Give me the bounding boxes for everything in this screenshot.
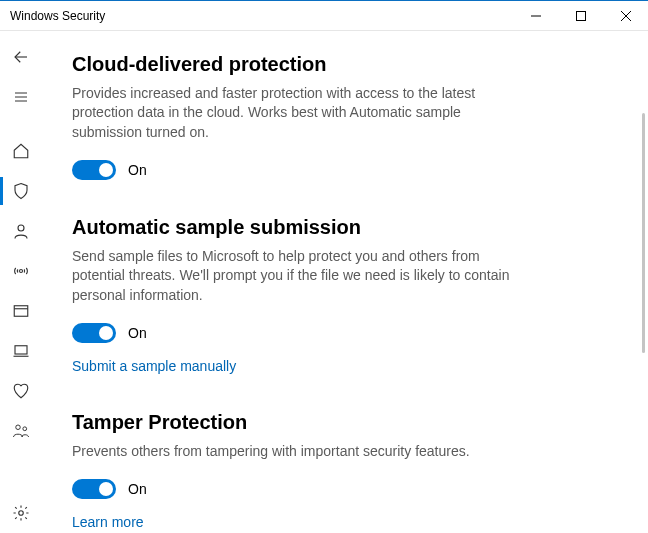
main-content: Cloud-delivered protection Provides incr… — [42, 31, 648, 533]
sidebar-item-home[interactable] — [0, 131, 42, 171]
sidebar-item-settings[interactable] — [0, 493, 42, 533]
svg-point-15 — [23, 427, 27, 431]
toggle-state-label: On — [128, 481, 147, 497]
svg-rect-12 — [15, 346, 27, 354]
section-tamper-protection: Tamper Protection Prevents others from t… — [72, 411, 618, 531]
scrollbar-thumb[interactable] — [642, 113, 645, 353]
svg-rect-1 — [576, 11, 585, 20]
section-description: Prevents others from tampering with impo… — [72, 442, 532, 461]
section-title: Automatic sample submission — [72, 216, 618, 239]
sidebar-item-device[interactable] — [0, 331, 42, 371]
maximize-button[interactable] — [558, 1, 603, 31]
sidebar-item-firewall[interactable] — [0, 251, 42, 291]
tamper-protection-toggle[interactable] — [72, 479, 116, 499]
sidebar-item-health[interactable] — [0, 371, 42, 411]
section-description: Send sample files to Microsoft to help p… — [72, 247, 532, 305]
sidebar-item-account[interactable] — [0, 211, 42, 251]
section-title: Tamper Protection — [72, 411, 618, 434]
submit-sample-link[interactable]: Submit a sample manually — [72, 358, 236, 374]
section-sample-submission: Automatic sample submission Send sample … — [72, 216, 618, 375]
section-cloud-protection: Cloud-delivered protection Provides incr… — [72, 53, 618, 180]
titlebar: Windows Security — [0, 1, 648, 31]
sidebar — [0, 31, 42, 533]
back-button[interactable] — [0, 37, 42, 77]
window-title: Windows Security — [10, 9, 105, 23]
section-description: Provides increased and faster protection… — [72, 84, 532, 142]
svg-point-16 — [19, 511, 24, 516]
sidebar-item-family[interactable] — [0, 411, 42, 451]
svg-rect-10 — [14, 306, 28, 317]
sample-submission-toggle[interactable] — [72, 323, 116, 343]
close-button[interactable] — [603, 1, 648, 31]
learn-more-link[interactable]: Learn more — [72, 514, 144, 530]
svg-point-8 — [18, 225, 24, 231]
sidebar-item-virus[interactable] — [0, 171, 42, 211]
svg-point-9 — [20, 270, 23, 273]
window-controls — [513, 1, 648, 31]
toggle-state-label: On — [128, 162, 147, 178]
toggle-state-label: On — [128, 325, 147, 341]
menu-button[interactable] — [0, 77, 42, 117]
cloud-protection-toggle[interactable] — [72, 160, 116, 180]
minimize-button[interactable] — [513, 1, 558, 31]
sidebar-item-app[interactable] — [0, 291, 42, 331]
section-title: Cloud-delivered protection — [72, 53, 618, 76]
svg-point-14 — [16, 425, 21, 430]
